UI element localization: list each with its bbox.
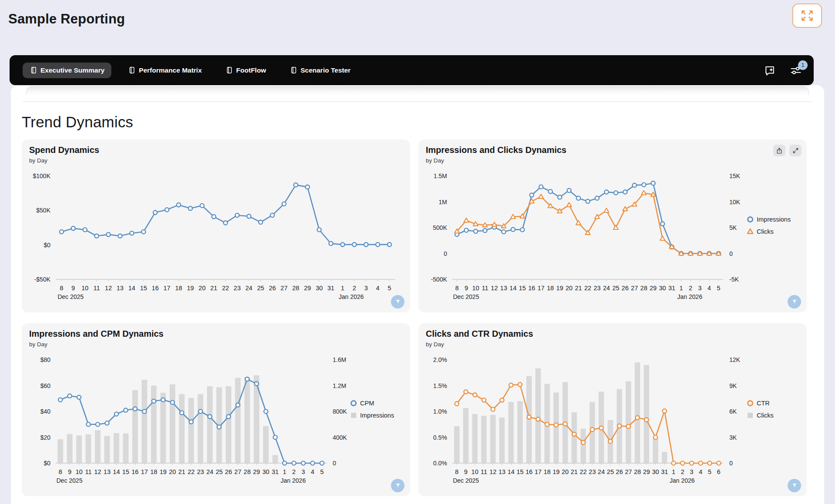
svg-text:15K: 15K — [729, 172, 741, 179]
svg-text:Clicks: Clicks — [757, 228, 774, 235]
svg-text:8: 8 — [59, 468, 62, 475]
svg-text:12: 12 — [94, 468, 101, 475]
svg-text:30: 30 — [659, 285, 666, 292]
svg-text:5: 5 — [387, 285, 391, 292]
svg-text:11: 11 — [481, 468, 487, 475]
svg-text:Impressions: Impressions — [757, 216, 791, 223]
svg-text:1.2M: 1.2M — [333, 382, 346, 389]
svg-text:23: 23 — [594, 285, 601, 292]
nav-actions: 1 — [763, 64, 802, 77]
funnel-icon — [791, 298, 798, 305]
svg-text:17: 17 — [141, 468, 148, 475]
svg-text:0.5%: 0.5% — [433, 434, 447, 441]
page-title: Sample Reporting — [8, 11, 125, 27]
svg-text:11: 11 — [482, 285, 488, 292]
svg-text:12K: 12K — [729, 356, 741, 363]
svg-text:13: 13 — [498, 468, 505, 475]
svg-text:13: 13 — [104, 468, 110, 475]
chart-toolbar — [773, 145, 802, 156]
ai-insights-button[interactable] — [763, 64, 776, 77]
tab-scenario-tester[interactable]: Scenario Tester — [283, 63, 357, 78]
svg-text:17: 17 — [534, 468, 541, 475]
svg-text:1: 1 — [283, 468, 286, 475]
svg-text:18: 18 — [150, 468, 157, 475]
svg-text:31: 31 — [661, 468, 668, 475]
svg-text:$40: $40 — [40, 408, 51, 415]
svg-text:-500K: -500K — [431, 276, 448, 283]
svg-text:5: 5 — [708, 468, 711, 475]
svg-text:26: 26 — [621, 285, 628, 292]
svg-text:1M: 1M — [439, 199, 447, 206]
tab-executive-summary[interactable]: Executive Summary — [23, 63, 111, 78]
svg-text:10K: 10K — [729, 199, 741, 206]
tab-list: Executive Summary Performance Matrix Foo… — [23, 63, 357, 78]
svg-text:11: 11 — [94, 285, 100, 292]
svg-text:24: 24 — [598, 468, 605, 475]
svg-text:16: 16 — [152, 285, 159, 292]
svg-text:28: 28 — [244, 468, 250, 475]
svg-text:29: 29 — [643, 468, 650, 475]
export-chart-button[interactable] — [773, 145, 785, 156]
svg-text:14: 14 — [508, 468, 514, 475]
report-icon — [128, 66, 135, 74]
svg-text:0: 0 — [333, 460, 336, 467]
svg-text:23: 23 — [589, 468, 596, 475]
svg-text:9K: 9K — [729, 382, 737, 389]
svg-text:Jan 2026: Jan 2026 — [670, 477, 695, 484]
svg-text:23: 23 — [197, 468, 204, 475]
svg-text:29: 29 — [253, 468, 260, 475]
chart-filter-button[interactable] — [788, 479, 801, 492]
svg-text:$60: $60 — [40, 382, 51, 389]
svg-text:2: 2 — [292, 468, 296, 475]
chart-filter-button[interactable] — [391, 479, 404, 492]
filters-count-badge: 1 — [798, 60, 808, 70]
filters-button[interactable]: 1 — [789, 64, 802, 77]
svg-text:28: 28 — [634, 468, 641, 475]
svg-text:Dec 2025: Dec 2025 — [453, 293, 479, 300]
chart-title: Clicks and CTR Dynamics — [426, 329, 533, 339]
svg-text:Dec 2025: Dec 2025 — [453, 477, 479, 484]
svg-text:4: 4 — [376, 285, 380, 292]
svg-text:26: 26 — [225, 468, 232, 475]
svg-text:800K: 800K — [333, 408, 347, 415]
chart-filter-button[interactable] — [788, 295, 801, 308]
impressions-cpm-card: Impressions and CPM Dynamics by Day $80$… — [22, 323, 410, 496]
svg-text:0: 0 — [444, 250, 447, 257]
svg-text:15: 15 — [519, 285, 526, 292]
svg-text:31: 31 — [272, 468, 279, 475]
svg-text:14: 14 — [113, 468, 120, 475]
dashboard-page: Sample Reporting Executive Summary — [0, 0, 835, 504]
svg-text:20: 20 — [565, 285, 572, 292]
svg-text:10: 10 — [472, 285, 479, 292]
svg-text:$20: $20 — [40, 434, 51, 441]
svg-text:26: 26 — [269, 285, 276, 292]
svg-text:2.0%: 2.0% — [433, 356, 447, 363]
impressions-clicks-card: Impressions and Clicks Dynamics by Day — [418, 139, 807, 312]
svg-text:14: 14 — [510, 285, 517, 292]
svg-text:22: 22 — [222, 285, 229, 292]
expand-chart-button[interactable] — [789, 145, 802, 156]
svg-text:22: 22 — [187, 468, 194, 475]
svg-text:$100K: $100K — [33, 172, 51, 179]
report-icon — [290, 66, 297, 74]
svg-text:25: 25 — [216, 468, 223, 475]
chart-filter-button[interactable] — [391, 295, 404, 308]
svg-text:30: 30 — [316, 285, 323, 292]
spend-dynamics-card: Spend Dynamics by Day $100K$50K$0-$50K89… — [22, 139, 410, 312]
svg-text:Dec 2025: Dec 2025 — [57, 293, 84, 300]
svg-text:$0: $0 — [43, 242, 50, 249]
svg-text:13: 13 — [117, 285, 124, 292]
tab-label: FootFlow — [236, 66, 266, 74]
tab-label: Executive Summary — [40, 66, 104, 74]
tab-footflow[interactable]: FootFlow — [218, 63, 273, 78]
funnel-icon — [394, 298, 401, 305]
svg-text:17: 17 — [164, 285, 170, 292]
svg-text:21: 21 — [571, 468, 578, 475]
report-icon — [30, 66, 37, 74]
svg-text:28: 28 — [292, 285, 299, 292]
message-sparkle-icon — [764, 64, 776, 76]
svg-text:21: 21 — [575, 285, 582, 292]
fullscreen-button[interactable] — [792, 3, 822, 28]
svg-text:-$50K: -$50K — [34, 276, 51, 283]
tab-performance-matrix[interactable]: Performance Matrix — [121, 63, 209, 78]
